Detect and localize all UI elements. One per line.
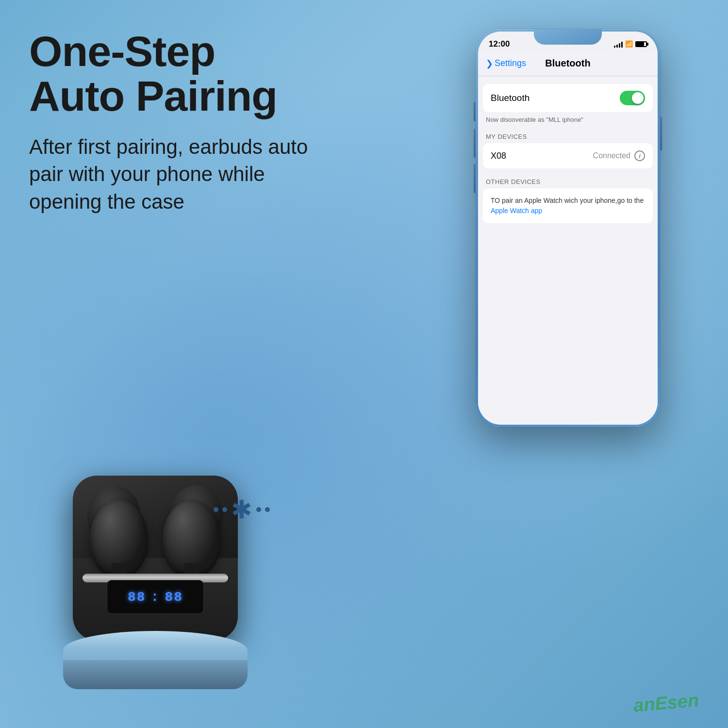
other-devices-text: TO pair an Apple Watch wich your iphone,… (491, 196, 645, 216)
bluetooth-label: Bluetooth (491, 93, 529, 103)
case-bottom: 88 : 88 (73, 558, 238, 641)
phone: 12:00 📶 (476, 29, 660, 427)
bar4 (621, 42, 623, 48)
bluetooth-float-icon: ✱ (214, 495, 270, 524)
bt-dot-right1 (256, 507, 261, 512)
other-devices-header: OTHER DEVICES (483, 178, 653, 185)
subtext: After first pairing, earbuds auto pair w… (29, 133, 311, 216)
bluetooth-toggle-section: Bluetooth (483, 84, 653, 112)
bt-dot-left2 (222, 507, 227, 512)
my-devices-header: MY DEVICES (483, 133, 653, 140)
bluetooth-toggle[interactable] (620, 91, 645, 105)
nav-bar: ❯ Settings Bluetooth (478, 52, 658, 76)
right-panel: 12:00 📶 (422, 0, 728, 728)
earbud-shells (73, 490, 238, 578)
bluetooth-toggle-row: Bluetooth (491, 91, 645, 105)
bluetooth-settings-screen: ❯ Settings Bluetooth Bluetooth (478, 52, 658, 425)
chevron-left-icon: ❯ (486, 58, 493, 69)
bar2 (616, 45, 618, 48)
screen-content: 12:00 📶 (478, 32, 658, 425)
status-time: 12:00 (489, 39, 510, 49)
device-status: Connected i (593, 150, 645, 161)
info-button[interactable]: i (634, 150, 645, 161)
connected-label: Connected (593, 151, 630, 160)
battery-icon (635, 41, 647, 47)
bt-dot-left1 (214, 507, 218, 512)
bluetooth-symbol: ✱ (231, 495, 252, 524)
other-devices-section: TO pair an Apple Watch wich your iphone,… (483, 188, 653, 223)
led-colon: : (151, 590, 160, 605)
phone-notch (534, 29, 602, 45)
battery-fill (636, 42, 644, 46)
pedestal (63, 631, 248, 689)
bar3 (619, 43, 620, 48)
shell-right (163, 500, 221, 578)
nav-title: Bluetooth (545, 58, 590, 69)
led-left-seg: 88 (128, 590, 146, 605)
phone-frame: 12:00 📶 (476, 29, 660, 427)
my-devices-section: X08 Connected i (483, 143, 653, 168)
device-name: X08 (491, 151, 506, 161)
headline-line1: One-Step (29, 27, 215, 75)
other-text-plain: TO pair an Apple Watch wich your iphone,… (491, 197, 644, 204)
back-label[interactable]: Settings (495, 58, 526, 68)
headline: One-Step Auto Pairing (29, 29, 398, 119)
discoverable-text: Now disooverable as "MLL iphone" (483, 116, 653, 123)
back-button[interactable]: ❯ Settings (486, 58, 526, 69)
bt-dot-right2 (265, 507, 270, 512)
device-row[interactable]: X08 Connected i (483, 143, 653, 168)
shell-left (90, 500, 148, 578)
signal-bars-icon (614, 41, 623, 48)
bar1 (614, 46, 615, 48)
earbuds-case: 88 : 88 (73, 476, 238, 641)
headline-line2: Auto Pairing (29, 72, 277, 120)
led-right-seg: 88 (165, 590, 183, 605)
status-icons: 📶 (614, 40, 647, 48)
wifi-icon: 📶 (625, 40, 633, 48)
led-display: 88 : 88 (107, 580, 204, 614)
earbuds-area: 88 : 88 (19, 408, 291, 689)
apple-watch-link[interactable]: Apple Watch app (491, 207, 542, 215)
